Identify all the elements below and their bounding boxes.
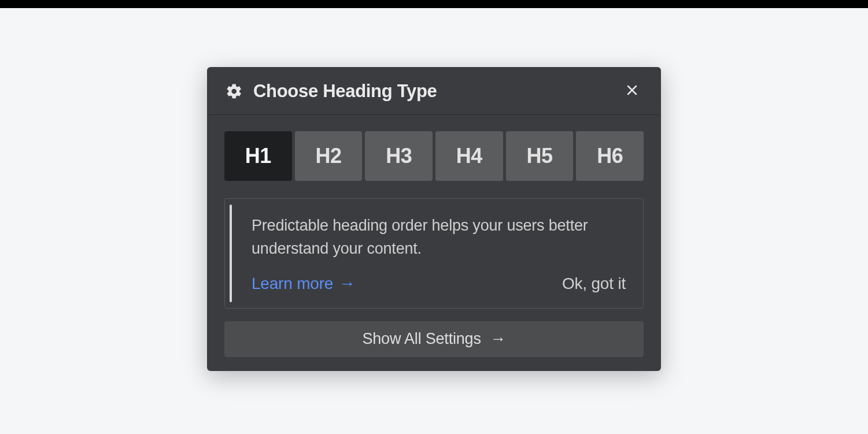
notice-actions: Learn more → Ok, got it <box>252 275 626 293</box>
heading-tab-h3[interactable]: H3 <box>365 131 433 181</box>
close-icon <box>625 83 639 99</box>
notice-text: Predictable heading order helps your use… <box>252 214 626 261</box>
heading-tab-h5[interactable]: H5 <box>506 131 574 181</box>
arrow-right-icon: → <box>339 275 355 293</box>
show-all-label: Show All Settings <box>362 330 481 348</box>
panel-header: Choose Heading Type <box>207 67 661 115</box>
arrow-right-icon: → <box>490 330 506 348</box>
panel-body: H1 H2 H3 H4 H5 H6 Predictable heading or… <box>207 115 661 371</box>
panel-title: Choose Heading Type <box>253 81 622 102</box>
heading-tab-h2[interactable]: H2 <box>295 131 363 181</box>
heading-tab-h4[interactable]: H4 <box>435 131 503 181</box>
top-black-bar <box>0 0 868 8</box>
learn-more-link[interactable]: Learn more → <box>252 275 355 293</box>
heading-type-panel: Choose Heading Type H1 H2 H3 H4 H5 H6 Pr… <box>207 67 661 371</box>
heading-tabs: H1 H2 H3 H4 H5 H6 <box>224 131 644 181</box>
heading-tab-h6[interactable]: H6 <box>576 131 644 181</box>
show-all-settings-button[interactable]: Show All Settings → <box>224 321 644 357</box>
heading-tab-h1[interactable]: H1 <box>224 131 292 181</box>
gear-icon <box>226 83 243 100</box>
learn-more-label: Learn more <box>252 275 333 293</box>
heading-order-notice: Predictable heading order helps your use… <box>224 198 644 309</box>
close-button[interactable] <box>622 81 642 102</box>
dismiss-notice-button[interactable]: Ok, got it <box>562 275 626 293</box>
